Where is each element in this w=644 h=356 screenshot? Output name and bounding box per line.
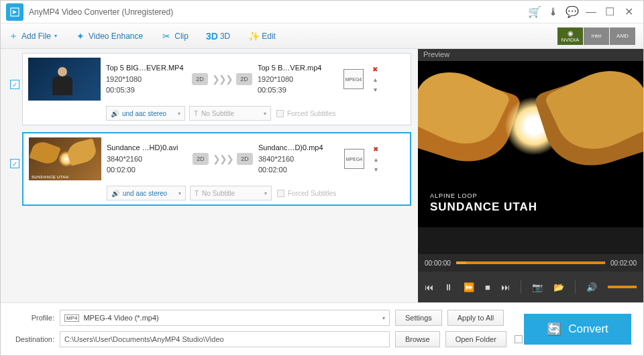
threed-icon: 3D: [207, 32, 217, 41]
preview-header: Preview: [418, 49, 643, 61]
text-icon: T: [194, 110, 198, 117]
chevron-down-icon: ▾: [382, 315, 385, 321]
target-info: Sundanc…D)0.mp4 3840*2160 00:02:00: [258, 142, 339, 176]
plus-icon: ＋: [9, 32, 18, 41]
move-up-icon[interactable]: ▴: [374, 76, 377, 83]
volume-icon[interactable]: 🔊: [586, 282, 597, 292]
source-info: Sundance …HD)0.avi 3840*2160 00:02:00: [107, 142, 187, 176]
destination-label: Destination:: [10, 335, 54, 343]
maximize-button[interactable]: ☐: [600, 3, 619, 21]
player-controls: ⏮ ⏸ ⏩ ■ ⏭ 📷 📂 🔊: [418, 272, 643, 302]
add-file-label: Add File: [21, 32, 51, 41]
input-2d-badge[interactable]: 2D: [193, 153, 209, 165]
minimize-button[interactable]: —: [582, 3, 600, 21]
output-2d-badge[interactable]: 2D: [236, 73, 252, 85]
delete-item-icon[interactable]: ✖: [372, 66, 378, 73]
edit-button[interactable]: ✨ Edit: [249, 32, 276, 41]
video-enhance-button[interactable]: ✦ Video Enhance: [76, 32, 143, 41]
player-progress-bar: 00:00:00 00:02:00: [418, 254, 643, 272]
destination-input[interactable]: C:\Users\User\Documents\AnyMP4 Studio\Vi…: [60, 331, 390, 347]
prev-icon[interactable]: ⏮: [425, 282, 433, 292]
volume-slider[interactable]: [608, 286, 637, 288]
audio-track-select[interactable]: 🔊 und aac stereo ▾: [106, 106, 185, 121]
profile-label: Profile:: [10, 314, 54, 322]
gpu-intel[interactable]: Intel: [584, 27, 609, 45]
format-icon[interactable]: MPEG4: [344, 149, 364, 169]
convert-button[interactable]: 🔄 Convert: [524, 314, 631, 345]
app-title: AnyMP4 Video Converter (Unregistered): [29, 7, 173, 17]
target-info: Top 5 B…VER.mp4 1920*1080 00:05:39: [258, 62, 338, 96]
gpu-amd[interactable]: AMD: [610, 27, 635, 45]
audio-track-select[interactable]: 🔊 und aac stereo ▾: [107, 186, 186, 200]
output-2d-badge[interactable]: 2D: [237, 153, 253, 165]
forced-subtitles[interactable]: Forced Subtitles: [276, 110, 335, 117]
refresh-icon: 🔄: [547, 322, 561, 337]
open-folder-button[interactable]: Open Folder: [445, 331, 506, 347]
profile-select[interactable]: MP4 MPEG-4 Video (*.mp4) ▾: [60, 310, 390, 326]
item-card[interactable]: Top 5 BIG…EVER.MP4 1920*1080 00:05:39 2D…: [22, 53, 411, 125]
chevron-down-icon: ▾: [264, 111, 266, 117]
move-up-icon[interactable]: ▴: [374, 156, 378, 163]
close-button[interactable]: ✕: [619, 3, 638, 21]
text-icon: T: [195, 190, 199, 197]
snapshot-icon[interactable]: 📷: [532, 282, 543, 292]
scissors-icon: ✂: [162, 32, 171, 41]
fastforward-icon[interactable]: ⏩: [464, 282, 474, 292]
subtitle-select[interactable]: T No Subtitle ▾: [189, 106, 271, 121]
item-card[interactable]: SUNDANCE UTAH Sundance …HD)0.avi 3840*21…: [22, 132, 411, 206]
chevron-down-icon: ▾: [54, 33, 57, 39]
stop-icon[interactable]: ■: [485, 282, 490, 292]
arrows-icon: ❯❯❯: [213, 154, 233, 164]
thumbnail-caption: SUNDANCE UTAH: [32, 175, 68, 179]
wand-icon: ✦: [76, 32, 85, 41]
chevron-down-icon: ▾: [178, 190, 181, 196]
progress-track[interactable]: [456, 261, 605, 264]
threed-label: 3D: [220, 32, 230, 41]
forced-checkbox[interactable]: [276, 110, 284, 117]
subtitle-select[interactable]: T No Subtitle ▾: [190, 186, 272, 200]
video-enhance-label: Video Enhance: [89, 32, 143, 41]
sparkle-icon: ✨: [249, 32, 258, 41]
app-logo-icon: [6, 3, 23, 21]
video-thumbnail[interactable]: SUNDANCE UTAH: [29, 137, 101, 180]
forced-subtitles[interactable]: Forced Subtitles: [277, 190, 336, 197]
clip-button[interactable]: ✂ Clip: [162, 32, 189, 41]
settings-button[interactable]: Settings: [395, 310, 442, 326]
preview-video[interactable]: ALPINE LOOP SUNDANCE UTAH: [418, 61, 643, 227]
toolbar: ＋ Add File ▾ ✦ Video Enhance ✂ Clip 3D 3…: [1, 23, 643, 49]
item-checkbox[interactable]: [10, 159, 19, 168]
speaker-icon: 🔊: [111, 110, 119, 117]
key-icon[interactable]: 🌡: [544, 3, 563, 21]
mpeg-icon: MP4: [64, 314, 79, 322]
forced-checkbox[interactable]: [277, 190, 284, 197]
cart-icon[interactable]: 🛒: [525, 3, 544, 21]
clip-label: Clip: [174, 32, 189, 41]
input-2d-badge[interactable]: 2D: [192, 73, 208, 85]
time-current: 00:00:00: [425, 259, 451, 267]
move-down-icon[interactable]: ▾: [374, 166, 378, 173]
item-checkbox[interactable]: [10, 80, 19, 89]
next-icon[interactable]: ⏭: [501, 282, 510, 292]
browse-button[interactable]: Browse: [395, 331, 440, 347]
preview-subtitle: ALPINE LOOP: [430, 192, 478, 199]
time-total: 00:02:00: [610, 259, 637, 267]
video-thumbnail[interactable]: [28, 58, 101, 101]
gpu-nvidia[interactable]: ◉NVIDIA: [557, 27, 583, 45]
move-down-icon[interactable]: ▾: [374, 86, 377, 93]
source-info: Top 5 BIG…EVER.MP4 1920*1080 00:05:39: [106, 62, 186, 96]
edit-label: Edit: [262, 32, 276, 41]
pause-icon[interactable]: ⏸: [444, 282, 453, 292]
add-file-button[interactable]: ＋ Add File ▾: [9, 32, 57, 41]
chevron-down-icon: ▾: [264, 190, 267, 196]
feedback-icon[interactable]: 💬: [563, 3, 582, 21]
preview-panel: Preview ALPINE LOOP SUNDANCE UTAH 00:00:…: [418, 49, 643, 302]
folder-icon[interactable]: 📂: [553, 282, 564, 292]
preview-title: SUNDANCE UTAH: [430, 200, 537, 214]
apply-all-button[interactable]: Apply to All: [447, 310, 504, 326]
format-icon[interactable]: MPEG4: [343, 69, 364, 89]
title-bar: AnyMP4 Video Converter (Unregistered) 🛒 …: [1, 1, 643, 23]
arrows-icon: ❯❯❯: [212, 74, 232, 84]
speaker-icon: 🔊: [111, 190, 119, 197]
delete-item-icon[interactable]: ✖: [373, 145, 378, 153]
threed-button[interactable]: 3D 3D: [207, 32, 230, 41]
